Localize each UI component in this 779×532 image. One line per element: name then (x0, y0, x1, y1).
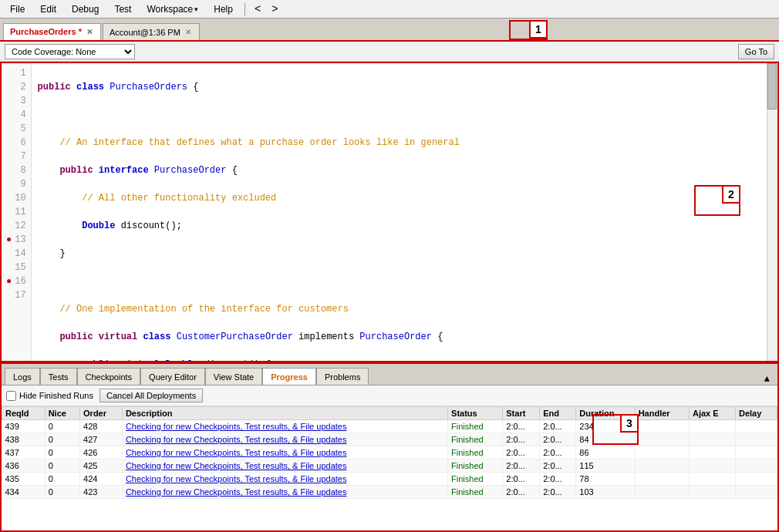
col-status: Status (448, 407, 503, 420)
nav-next[interactable]: > (267, 2, 282, 17)
code-editor[interactable]: 1 2 3 4 5 6 7 8 9 10 11 12 ●13 14 15 (0, 62, 779, 362)
menu-workspace[interactable]: Workspace ▾ (140, 2, 205, 17)
col-start: Start (503, 407, 540, 420)
hide-finished-label[interactable]: Hide Finished Runs (6, 391, 93, 401)
code-content[interactable]: public class PurchaseOrders { // An inte… (32, 63, 767, 361)
col-nice: Nice (45, 407, 79, 420)
col-handler: Handler (635, 407, 689, 420)
cancel-deployments-button[interactable]: Cancel All Deployments (99, 389, 203, 402)
table-row: 4390428Checking for new Checkpoints, Tes… (2, 420, 777, 433)
tab-progress[interactable]: Progress (262, 368, 316, 385)
nav-prev[interactable]: < (250, 2, 265, 17)
menu-edit[interactable]: Edit (33, 2, 63, 17)
tab-checkpoints[interactable]: Checkpoints (77, 368, 141, 385)
tab-problems[interactable]: Problems (316, 368, 369, 385)
progress-toolbar: Hide Finished Runs Cancel All Deployment… (2, 386, 777, 406)
table-row: 4370426Checking for new Checkpoints, Tes… (2, 446, 777, 460)
table-row: 4360425Checking for new Checkpoints, Tes… (2, 460, 777, 473)
coverage-select[interactable]: Code Coverage: None Code Coverage: Run C… (5, 44, 135, 59)
menu-bar: File Edit Debug Test Workspace ▾ Help < … (0, 0, 779, 19)
menu-debug[interactable]: Debug (65, 2, 106, 17)
col-description: Description (122, 407, 447, 420)
tab-purchase-orders-label: PurchaseOrders * (10, 27, 82, 36)
hide-finished-text: Hide Finished Runs (19, 391, 93, 400)
col-delay: Delay (735, 407, 777, 420)
tab-purchase-orders-close[interactable]: ✕ (85, 28, 94, 36)
progress-table-scroll[interactable]: ReqId Nice Order Description Status Star… (2, 406, 777, 530)
tab-account-label: Account@1:36 PM (110, 28, 180, 37)
menu-test[interactable]: Test (107, 2, 138, 17)
tab-tests[interactable]: Tests (40, 368, 77, 385)
tab-query-editor[interactable]: Query Editor (140, 368, 205, 385)
col-duration: Duration (576, 407, 635, 420)
editor-toolbar: Code Coverage: None Code Coverage: Run C… (0, 42, 779, 62)
bottom-panel: Logs Tests Checkpoints Query Editor View… (0, 362, 779, 532)
editor-tabs: PurchaseOrders * ✕ Account@1:36 PM ✕ 1 (0, 19, 779, 42)
col-ajax: Ajax E (689, 407, 735, 420)
menu-help[interactable]: Help (207, 2, 240, 17)
table-row: 4380427Checking for new Checkpoints, Tes… (2, 433, 777, 446)
menu-file[interactable]: File (3, 2, 32, 17)
tab-account-close[interactable]: ✕ (184, 28, 193, 36)
hide-finished-checkbox[interactable] (6, 391, 16, 401)
col-end: End (540, 407, 576, 420)
col-order: Order (80, 407, 123, 420)
editor-scrollbar[interactable] (767, 63, 777, 361)
tab-logs[interactable]: Logs (5, 368, 40, 385)
table-row: 4350424Checking for new Checkpoints, Tes… (2, 473, 777, 486)
progress-table: ReqId Nice Order Description Status Star… (2, 406, 777, 499)
tab-account[interactable]: Account@1:36 PM ✕ (103, 23, 200, 40)
bottom-tabs-bar: Logs Tests Checkpoints Query Editor View… (2, 364, 777, 386)
panel-expand-icon[interactable]: ▲ (760, 374, 774, 385)
line-numbers: 1 2 3 4 5 6 7 8 9 10 11 12 ●13 14 15 (2, 63, 32, 361)
table-row: 4340423Checking for new Checkpoints, Tes… (2, 486, 777, 499)
tab-view-state[interactable]: View State (205, 368, 262, 385)
col-reqid: ReqId (2, 407, 46, 420)
scrollbar-thumb[interactable] (767, 63, 777, 109)
tab-purchase-orders[interactable]: PurchaseOrders * ✕ (3, 23, 101, 40)
goto-button[interactable]: Go To (738, 44, 774, 59)
